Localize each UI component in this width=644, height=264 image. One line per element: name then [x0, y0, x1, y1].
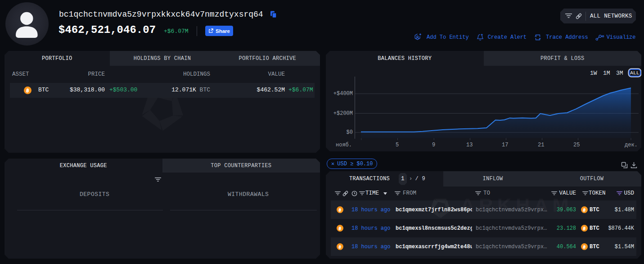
- svg-text:฿: ฿: [338, 207, 342, 213]
- svg-text:฿: ฿: [338, 244, 342, 250]
- svg-text:฿: ฿: [338, 226, 342, 231]
